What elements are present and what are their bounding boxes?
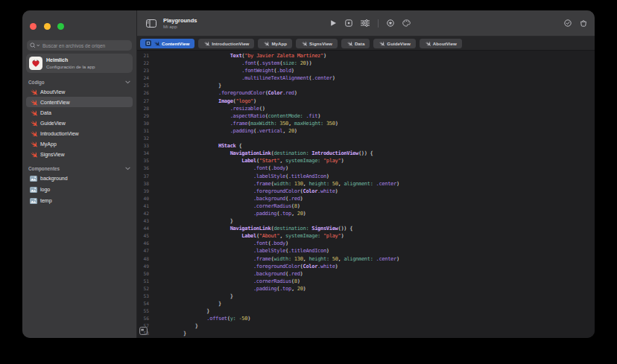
- section-header-código[interactable]: Código: [26, 77, 133, 86]
- line-number: 44: [137, 225, 149, 232]
- sidebar-item-guideview[interactable]: GuideView: [26, 118, 133, 128]
- code-editor[interactable]: 21 Text("by Javier Zaleta Martínez")22 .…: [137, 51, 595, 338]
- sidebar-item-temp[interactable]: temp: [26, 195, 133, 206]
- pin-square-icon[interactable]: [145, 40, 151, 46]
- code-line: 33 HStack {: [137, 142, 595, 150]
- tab-myapp[interactable]: MyApp: [258, 39, 292, 48]
- code-text: }: [149, 217, 233, 225]
- code-line: 32: [137, 135, 595, 142]
- sidebar-item-label: AboutView: [40, 89, 65, 95]
- line-number: 22: [137, 60, 149, 67]
- window-subtitle: Mi app: [163, 24, 197, 29]
- swift-icon: [203, 40, 209, 46]
- app-settings-row[interactable]: Heimlich Configuración de la app: [26, 54, 133, 73]
- code-text: .multilineTextAlignment(.center): [149, 74, 335, 82]
- code-text: .foregroundColor(Color.white): [149, 188, 338, 195]
- line-number: 46: [137, 240, 149, 247]
- tab-label: GuideView: [387, 41, 411, 46]
- sidebar-item-signsview[interactable]: SignsView: [26, 149, 133, 159]
- sidebar-search-field[interactable]: [27, 40, 132, 51]
- code-line: 36 .font(.body): [137, 165, 595, 172]
- check-circle-icon[interactable]: [564, 19, 572, 27]
- tab-label: ContentView: [162, 41, 189, 46]
- code-text: .font(.system(size: 20)): [149, 60, 311, 67]
- sliders-icon[interactable]: [361, 19, 370, 27]
- tab-contentview[interactable]: ContentView: [140, 39, 194, 48]
- code-text: .font(.body): [149, 165, 288, 172]
- line-number: 26: [137, 89, 149, 97]
- code-line: 48 .frame(width: 130, height: 50, alignm…: [137, 255, 595, 263]
- app-icon: [29, 57, 42, 70]
- window-title: Playgrounds: [163, 17, 197, 24]
- code-preview-icon[interactable]: [139, 327, 148, 335]
- tab-data[interactable]: Data: [341, 39, 370, 48]
- image-file-icon: [30, 176, 37, 182]
- code-text: }: [149, 300, 221, 307]
- code-text: Label("About", systemImage: "play"): [149, 232, 344, 240]
- sidebar-item-contentview[interactable]: ContentView: [26, 97, 133, 107]
- line-number: 23: [137, 67, 149, 74]
- code-text: .padding(.vertical, 20): [149, 127, 297, 135]
- code-line: 26 .foregroundColor(Color.red): [137, 89, 595, 97]
- code-text: NavigationLink(destination: Introduction…: [149, 150, 373, 157]
- section-label: Componentes: [28, 166, 60, 171]
- swift-icon: [347, 40, 352, 46]
- code-line: 46 .font(.body): [137, 240, 595, 247]
- line-number: 51: [137, 278, 149, 285]
- code-line: 54 }: [137, 300, 595, 307]
- target-star-icon[interactable]: [387, 19, 394, 27]
- code-text: .frame(width: 130, height: 50, alignment…: [149, 255, 399, 263]
- tab-signsview[interactable]: SignsView: [296, 39, 338, 48]
- code-text: }: [149, 293, 233, 300]
- swift-file-icon: [30, 130, 37, 137]
- sidebar-item-label: SignsView: [40, 152, 65, 157]
- traffic-light-minimize[interactable]: [44, 23, 51, 30]
- line-number: 48: [137, 255, 149, 263]
- sidebar-item-label: MyApp: [40, 141, 57, 147]
- tab-guideview[interactable]: GuideView: [373, 39, 416, 48]
- line-number: 28: [137, 105, 149, 112]
- traffic-light-zoom[interactable]: [57, 23, 64, 30]
- code-text: .resizable(): [149, 105, 265, 112]
- code-text: .fontWeight(.bold): [149, 67, 294, 74]
- code-line: 27 Image("logo"): [137, 98, 595, 105]
- sidebar-item-myapp[interactable]: MyApp: [26, 138, 133, 149]
- tab-introductionview[interactable]: IntroductionView: [198, 39, 254, 48]
- sidebar-item-aboutview[interactable]: AboutView: [26, 86, 133, 97]
- code-text: .background(.red): [149, 270, 303, 278]
- code-text: .foregroundColor(Color.white): [149, 263, 338, 270]
- code-line: 30 .frame(maxWidth: 350, maxHeight: 350): [137, 120, 595, 127]
- palette-icon[interactable]: [402, 19, 411, 27]
- section-header-componentes[interactable]: Componentes: [26, 164, 133, 173]
- line-number: 41: [137, 202, 149, 210]
- line-number: 37: [137, 173, 149, 180]
- line-number: 30: [137, 120, 149, 127]
- sidebar-item-data[interactable]: Data: [26, 107, 133, 118]
- code-line: 28 .resizable(): [137, 105, 595, 112]
- traffic-light-close[interactable]: [30, 23, 37, 30]
- tab-aboutview[interactable]: AboutView: [420, 39, 462, 48]
- search-input[interactable]: [42, 43, 129, 48]
- code-text: .labelStyle(.titleAndIcon): [149, 247, 329, 255]
- sidebar-item-introductionview[interactable]: IntroductionView: [26, 128, 133, 138]
- code-line: 44 NavigationLink(destination: SignsView…: [137, 225, 595, 232]
- line-number: 52: [137, 285, 149, 293]
- image-file-icon: [30, 187, 37, 193]
- code-text: .padding(.top, 20): [149, 285, 306, 293]
- sidebar-item-background[interactable]: background: [26, 173, 133, 184]
- code-line: 43 }: [137, 217, 595, 225]
- code-line: 34 NavigationLink(destination: Introduct…: [137, 150, 595, 157]
- code-text: .padding(.top, 20): [149, 210, 306, 217]
- app-store-bag-icon[interactable]: [580, 19, 587, 27]
- tab-label: IntroductionView: [212, 41, 249, 46]
- sidebar-item-logo[interactable]: logo: [26, 184, 133, 195]
- line-number: 56: [137, 315, 149, 322]
- play-icon[interactable]: [329, 19, 337, 27]
- run-frame-icon[interactable]: [345, 19, 352, 27]
- sidebar-toggle-icon[interactable]: [146, 19, 156, 28]
- section-label: Código: [28, 80, 45, 85]
- code-line: 45 Label("About", systemImage: "play"): [137, 232, 595, 240]
- swift-file-icon: [30, 109, 37, 116]
- sidebar-item-label: GuideView: [40, 121, 66, 126]
- code-lines: 21 Text("by Javier Zaleta Martínez")22 .…: [137, 51, 595, 338]
